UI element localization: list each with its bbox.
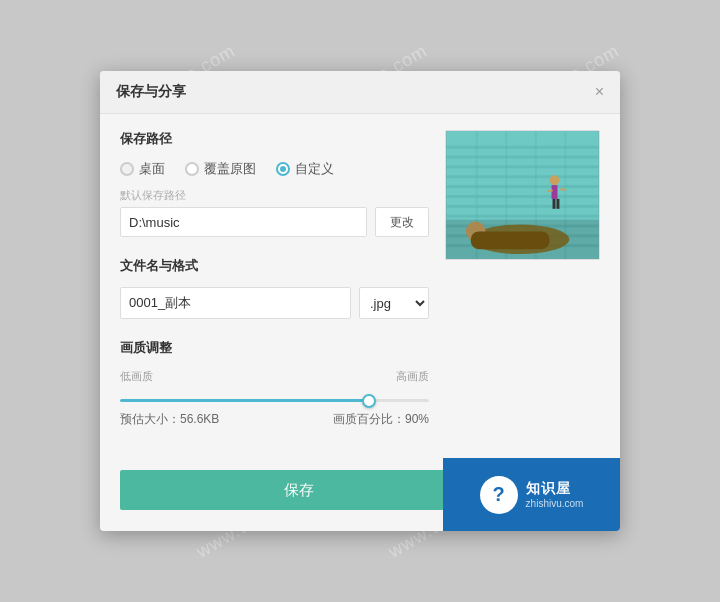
- radio-label-overwrite: 覆盖原图: [204, 160, 256, 178]
- high-quality-label: 高画质: [396, 369, 429, 384]
- path-input[interactable]: [120, 207, 367, 237]
- format-select[interactable]: .jpg .png .bmp .webp: [359, 287, 429, 319]
- svg-rect-3: [446, 165, 599, 168]
- quality-labels: 低画质 高画质: [120, 369, 429, 384]
- svg-rect-8: [446, 215, 599, 218]
- save-share-dialog: 保存与分享 × 保存路径 桌面 覆盖原图: [100, 71, 620, 531]
- quality-slider[interactable]: [120, 399, 429, 402]
- filename-row: .jpg .png .bmp .webp: [120, 287, 429, 319]
- filename-section: 文件名与格式 .jpg .png .bmp .webp: [120, 257, 429, 319]
- left-panel: 保存路径 桌面 覆盖原图 自定义: [120, 130, 429, 444]
- right-panel: [445, 130, 600, 444]
- close-button[interactable]: ×: [595, 84, 604, 100]
- save-path-radio-group: 桌面 覆盖原图 自定义: [120, 160, 429, 178]
- quality-title: 画质调整: [120, 339, 429, 357]
- radio-circle-desktop: [120, 162, 134, 176]
- preview-svg: [446, 131, 599, 259]
- low-quality-label: 低画质: [120, 369, 153, 384]
- brand-sub-text: zhishivu.com: [526, 498, 584, 509]
- radio-overwrite[interactable]: 覆盖原图: [185, 160, 256, 178]
- svg-rect-24: [556, 199, 559, 209]
- save-path-section: 保存路径 桌面 覆盖原图 自定义: [120, 130, 429, 237]
- radio-custom[interactable]: 自定义: [276, 160, 334, 178]
- filename-input[interactable]: [120, 287, 351, 319]
- radio-desktop[interactable]: 桌面: [120, 160, 165, 178]
- svg-rect-4: [446, 175, 599, 178]
- dialog-title: 保存与分享: [116, 83, 186, 101]
- radio-circle-overwrite: [185, 162, 199, 176]
- radio-label-custom: 自定义: [295, 160, 334, 178]
- quality-info: 预估大小：56.6KB 画质百分比：90%: [120, 411, 429, 428]
- svg-rect-6: [446, 195, 599, 198]
- path-label: 默认保存路径: [120, 188, 429, 203]
- brand-badge: ? 知识屋 zhishivu.com: [443, 458, 620, 531]
- svg-rect-25: [446, 220, 599, 259]
- quality-percent: 画质百分比：90%: [333, 411, 429, 428]
- estimated-size: 预估大小：56.6KB: [120, 411, 219, 428]
- dialog-body: 保存路径 桌面 覆盖原图 自定义: [100, 114, 620, 460]
- dialog-header: 保存与分享 ×: [100, 71, 620, 114]
- filename-title: 文件名与格式: [120, 257, 429, 275]
- brand-icon: ?: [480, 476, 518, 514]
- path-row: 更改: [120, 207, 429, 237]
- svg-rect-20: [552, 185, 558, 199]
- svg-rect-7: [446, 205, 599, 208]
- svg-point-19: [550, 175, 560, 185]
- preview-image: [445, 130, 600, 260]
- brand-text: 知识屋 zhishivu.com: [526, 480, 584, 509]
- svg-rect-2: [446, 156, 599, 159]
- change-button[interactable]: 更改: [375, 207, 429, 237]
- svg-rect-23: [553, 199, 556, 209]
- quality-section: 画质调整 低画质 高画质 预估大小：56.6KB 画质百分比：90%: [120, 339, 429, 428]
- save-button[interactable]: 保存: [120, 470, 478, 510]
- radio-label-desktop: 桌面: [139, 160, 165, 178]
- svg-rect-5: [446, 185, 599, 188]
- save-path-title: 保存路径: [120, 130, 429, 148]
- brand-main-text: 知识屋: [526, 480, 584, 498]
- brand-question-icon: ?: [492, 483, 504, 506]
- svg-rect-1: [446, 146, 599, 149]
- radio-circle-custom: [276, 162, 290, 176]
